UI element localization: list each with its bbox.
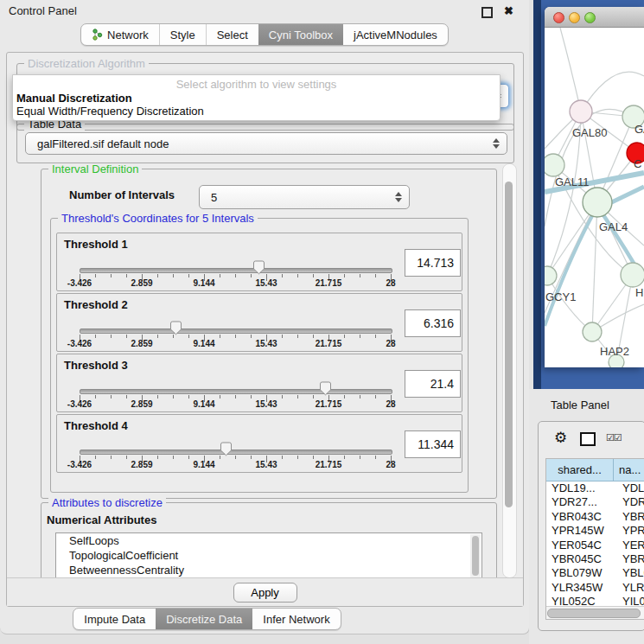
attributes-list-scrollbar[interactable] [470,534,481,578]
table-cell[interactable]: YER054C [546,539,618,552]
apply-button[interactable]: Apply [233,583,297,603]
table-cell[interactable]: YBR0 [618,552,644,566]
network-node-label: HAP2 [600,345,629,358]
close-icon[interactable]: ✖ [504,4,513,17]
slider-track[interactable] [80,268,392,273]
network-canvas[interactable]: GAL80GAGAL11CGAL4GCY1HHAP2 [545,28,644,367]
slider-track[interactable] [80,389,392,394]
table-cell[interactable]: YER0 [618,539,644,552]
close-traffic-light[interactable] [553,12,564,23]
tick-label: 21.715 [316,460,342,469]
table-row[interactable]: YER054CYER0 [546,539,644,552]
algorithm-option-equal-width-frequency-discretization[interactable]: Equal Width/Frequency Discretization [16,105,204,118]
control-panel-titlebar[interactable]: Control Panel ✖ [0,0,529,22]
mode-tab-impute-data[interactable]: Impute Data [73,609,156,629]
table-cell[interactable]: YDL1 [618,481,644,495]
network-node-gal80[interactable] [570,100,592,123]
network-edge [592,202,597,332]
table-column-header[interactable]: na... [614,459,644,481]
table-data-select[interactable]: galFiltered.sif default node [25,132,507,155]
mode-tab-infer-network[interactable]: Infer Network [252,609,340,629]
gear-icon[interactable]: ⚙ [554,429,567,446]
table-row[interactable]: YIL052CYIL0 [546,595,644,607]
table-row[interactable]: YLR345WYLR3 [546,581,644,595]
table-cell[interactable]: YIL0 [618,595,644,607]
slider-track[interactable] [80,450,392,455]
table-cell[interactable]: YDL19... [546,481,618,495]
threshold-value-field[interactable]: 14.713 [405,249,461,277]
tick-mark [111,456,112,459]
number-of-intervals-select[interactable]: 5 [199,185,410,209]
float-window-icon[interactable] [481,7,493,18]
tick-label: 28 [386,339,395,348]
zoom-traffic-light[interactable] [584,12,596,23]
table-cell[interactable]: YBR043C [546,510,618,524]
table-cell[interactable]: YBL079W [546,566,618,580]
slider-handle[interactable] [169,321,182,335]
table-row[interactable]: YBR043CYBR0 [546,510,644,524]
table-rows: YDL19...YDL1YDR27...YDR2YBR043CYBR0YPR14… [546,481,644,607]
tick-mark [282,456,283,459]
table-row[interactable]: YDR27...YDR2 [546,495,644,509]
network-node-hap2[interactable] [583,322,602,341]
table-cell[interactable]: YPR145W [546,524,618,538]
tab-select[interactable]: Select [206,24,258,45]
tick-mark [375,274,376,277]
tick-mark [126,274,127,277]
table-cell[interactable]: YLR3 [618,581,644,595]
table-row[interactable]: YBR045CYBR0 [546,552,644,566]
threshold-panel: Threshold 1-3.4262.8599.14415.4321.71528… [56,233,462,291]
table-cell[interactable]: YBL0 [618,566,644,580]
table-cell[interactable]: YIL052C [546,595,618,607]
tick-label: 2.859 [131,339,152,348]
table-cell[interactable]: YBR045C [546,552,618,566]
panel-scrollbar-thumb[interactable] [505,182,513,507]
table-row[interactable]: YPR145WYPR1 [546,524,644,538]
attribute-item-selfloops[interactable]: SelfLoops [56,533,481,548]
network-node-label: H [635,286,643,299]
tab-jactivemnodules[interactable]: jActiveMNodules [343,24,448,45]
numerical-attributes-list[interactable]: SelfLoopsTopologicalCoefficientBetweenne… [55,532,482,578]
tab-cyni-toolbox[interactable]: Cyni Toolbox [258,24,343,45]
panel-vertical-scrollbar[interactable] [502,163,517,578]
tab-style[interactable]: Style [159,24,206,45]
network-node-h[interactable] [621,263,644,287]
slider-handle[interactable] [319,381,332,396]
slider-handle[interactable] [220,442,233,456]
table-scrollbar-thumb[interactable] [547,609,641,618]
mode-tab-label: Impute Data [84,613,145,626]
slider-track[interactable] [80,328,392,334]
network-node-gal11[interactable] [545,154,564,176]
tab-label: Style [170,29,195,41]
mode-tab-discretize-data[interactable]: Discretize Data [156,609,252,629]
table-cell[interactable]: YBR0 [618,510,644,524]
attribute-item-betweennesscentrality[interactable]: BetweennessCentrality [56,563,481,577]
table-cell[interactable]: YLR345W [546,581,618,595]
tick-mark [313,274,314,277]
network-node-gal4[interactable] [583,188,612,217]
table-panel-window: ⚙ ☑☑ shared...na... YDL19...YDL1YDR27...… [538,421,644,631]
algorithm-option-manual-discretization[interactable]: Manual Discretization [16,92,132,105]
threshold-value-field[interactable]: 21.4 [405,370,461,398]
network-window-titlebar[interactable] [545,7,644,28]
tick-mark [282,395,283,399]
table-row[interactable]: YBL079WYBL0 [546,566,644,580]
table-horizontal-scrollbar[interactable] [546,606,644,619]
columns-icon[interactable] [580,432,596,446]
checkbox-icons[interactable]: ☑☑ [606,432,622,443]
table-column-header[interactable]: shared... [546,459,614,481]
minimize-traffic-light[interactable] [569,12,580,23]
table-cell[interactable]: YPR1 [618,524,644,538]
network-node-gcy1[interactable] [545,266,557,285]
tab-network[interactable]: Network [81,24,159,45]
attribute-item-topologicalcoefficient[interactable]: TopologicalCoefficient [56,548,481,563]
combo-stepper-icon [395,192,402,202]
table-cell[interactable]: YDR2 [618,495,644,509]
table-cell[interactable]: YDR27... [546,495,618,509]
slider-handle[interactable] [252,260,265,275]
numerical-attributes-label: Numerical Attributes [47,513,156,526]
threshold-value-field[interactable]: 11.344 [405,430,461,458]
tick-mark [235,335,236,338]
table-row[interactable]: YDL19...YDL1 [546,481,644,495]
threshold-value-field[interactable]: 6.316 [405,309,461,337]
